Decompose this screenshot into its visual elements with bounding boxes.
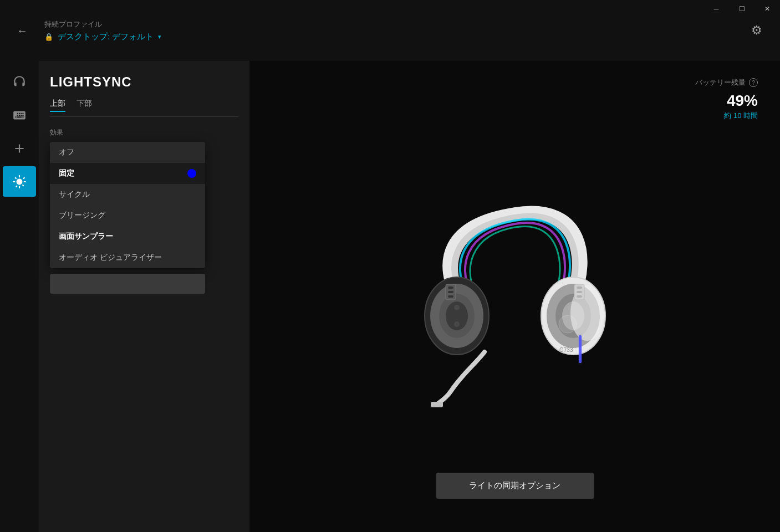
svg-rect-10: [448, 287, 453, 289]
settings-button[interactable]: ⚙: [745, 18, 769, 43]
keyboard-icon: [12, 108, 27, 122]
svg-rect-16: [577, 295, 582, 298]
titlebar: ─ ☐ ✕: [703, 0, 780, 18]
effects-dropdown[interactable]: オフ 固定 サイクル ブリージング 画面サンプラー オーディオ ビジュアライザー: [50, 142, 205, 294]
color-dot: [187, 169, 196, 178]
back-icon: ←: [17, 24, 28, 37]
sidebar-item-lightsync[interactable]: [3, 166, 36, 197]
header-center: 持続プロファイル 🔒 デスクトップ: デフォルト ▾: [33, 19, 745, 42]
battery-info: バッテリー残量 ? 49% 約 10 時間: [695, 78, 758, 121]
profile-name: デスクトップ: デフォルト: [58, 32, 154, 42]
dropdown-item-off[interactable]: オフ: [50, 142, 205, 163]
svg-point-19: [559, 315, 577, 333]
svg-rect-11: [448, 291, 453, 293]
minimize-button[interactable]: ─: [703, 0, 729, 18]
dropdown-item-fixed[interactable]: 固定: [50, 163, 205, 184]
lock-icon: 🔒: [44, 33, 53, 41]
main-panel: LIGHTSYNC 上部 下部 効果 オフ 固定 サイクル ブリージング 画面サ…: [39, 61, 249, 532]
svg-text:G733: G733: [559, 347, 573, 353]
content-area: バッテリー残量 ? 49% 約 10 時間: [249, 61, 780, 532]
svg-point-23: [454, 321, 460, 327]
dropdown-item-cycle[interactable]: サイクル: [50, 184, 205, 205]
battery-label: バッテリー残量 ?: [695, 78, 758, 88]
sidebar-item-headset[interactable]: [3, 66, 36, 97]
lightsync-icon: [12, 175, 27, 189]
dropdown-item-breathing[interactable]: ブリージング: [50, 205, 205, 226]
tabs: 上部 下部: [50, 99, 238, 117]
header: ← 持続プロファイル 🔒 デスクトップ: デフォルト ▾ ⚙: [0, 0, 780, 61]
svg-rect-21: [431, 402, 443, 407]
headset-icon: [12, 75, 27, 89]
chevron-down-icon: ▾: [158, 33, 161, 40]
sidebar: [0, 61, 39, 532]
dropdown-item-fixed-label: 固定: [59, 168, 74, 178]
headset-image: G733: [399, 180, 631, 424]
svg-rect-18: [579, 335, 582, 363]
svg-rect-14: [577, 287, 582, 289]
profile-label: 持続プロファイル: [44, 19, 745, 29]
svg-rect-15: [577, 291, 582, 293]
panel-title: LIGHTSYNC: [50, 74, 238, 90]
dropdown-list: オフ 固定 サイクル ブリージング 画面サンプラー オーディオ ビジュアライザー: [50, 142, 205, 268]
svg-rect-12: [448, 295, 453, 298]
dropdown-item-audio-visualizer[interactable]: オーディオ ビジュアライザー: [50, 247, 205, 268]
tab-bottom[interactable]: 下部: [77, 99, 92, 112]
color-bar[interactable]: [50, 274, 205, 294]
sync-button[interactable]: ライトの同期オプション: [436, 473, 594, 499]
effects-label: 効果: [50, 128, 238, 137]
svg-point-22: [454, 305, 460, 310]
battery-percent: 49%: [695, 92, 758, 110]
close-button[interactable]: ✕: [754, 0, 780, 18]
back-button[interactable]: ←: [11, 19, 33, 42]
battery-time: 約 10 時間: [695, 111, 758, 121]
maximize-button[interactable]: ☐: [729, 0, 754, 18]
profile-value[interactable]: 🔒 デスクトップ: デフォルト ▾: [44, 32, 745, 42]
sidebar-item-keyboard[interactable]: [3, 100, 36, 130]
add-icon: [12, 141, 27, 156]
headset-container: G733: [376, 169, 654, 435]
dropdown-item-screen-sampler[interactable]: 画面サンプラー: [50, 226, 205, 247]
gear-icon: ⚙: [751, 23, 762, 38]
sidebar-item-add[interactable]: [3, 133, 36, 163]
battery-help-icon[interactable]: ?: [749, 78, 758, 87]
tab-top[interactable]: 上部: [50, 99, 65, 112]
